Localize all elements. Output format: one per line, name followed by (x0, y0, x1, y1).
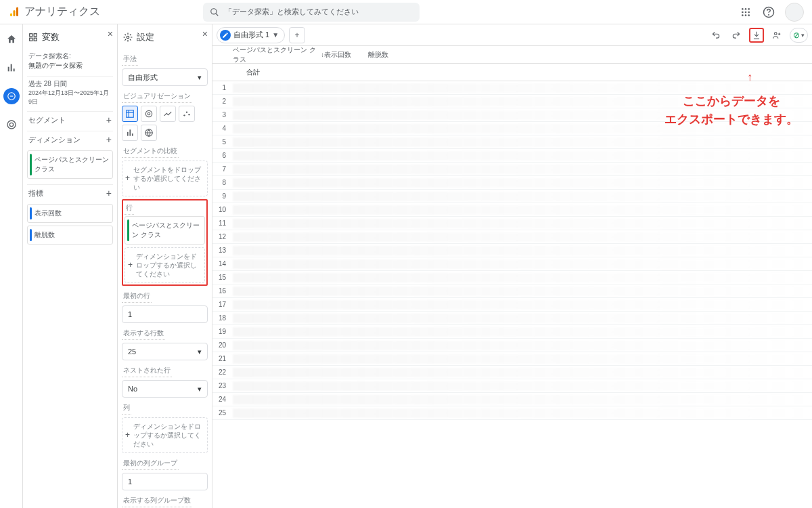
add-dimension-button[interactable]: + (106, 134, 112, 145)
start-col-group-input[interactable]: 1 (122, 473, 208, 490)
svg-rect-0 (10, 13, 12, 16)
row-dimension-chip[interactable]: ページパスとスクリーン クラス (125, 216, 205, 245)
settings-header: 設定 (122, 28, 208, 49)
table-row[interactable]: 24 (212, 393, 812, 406)
table-row[interactable]: 14 (212, 257, 812, 271)
chevron-down-icon[interactable]: ▼ (272, 31, 279, 39)
viz-geo-icon[interactable] (141, 125, 157, 141)
avatar[interactable] (785, 3, 804, 22)
table-row[interactable]: 25 (212, 406, 812, 420)
status-pill[interactable]: ⊘▾ (790, 28, 808, 43)
nav-explore-icon[interactable] (3, 88, 20, 104)
undo-icon[interactable] (708, 28, 723, 43)
svg-point-21 (9, 123, 13, 126)
table-row[interactable]: 9 (212, 190, 812, 203)
table-row[interactable]: 8 (212, 176, 812, 190)
svg-point-32 (183, 114, 185, 116)
table-row[interactable]: 4 (212, 122, 812, 135)
svg-rect-35 (127, 132, 129, 136)
svg-point-10 (748, 11, 750, 13)
search-box[interactable]: 「データ探索」と検索してみてください (203, 3, 420, 22)
svg-point-9 (745, 11, 747, 13)
svg-rect-24 (30, 38, 32, 41)
table-row[interactable]: 22 (212, 366, 812, 379)
svg-point-39 (775, 32, 777, 35)
app-header: アナリティクス 「データ探索」と検索してみてください (0, 0, 812, 24)
table-row[interactable]: 2 (212, 95, 812, 108)
table-row[interactable]: 18 (212, 312, 812, 325)
table-row[interactable]: 10 (212, 203, 812, 217)
segment-dropzone[interactable]: セグメントをドロップするか選択してください (122, 161, 208, 196)
table-row[interactable]: 16 (212, 284, 812, 298)
metric-chip-views[interactable]: 表示回数 (27, 204, 113, 223)
share-icon[interactable] (769, 28, 784, 43)
svg-point-7 (748, 8, 750, 10)
svg-point-3 (211, 8, 217, 14)
table-row[interactable]: 13 (212, 244, 812, 257)
table-row[interactable]: 20 (212, 339, 812, 352)
nav-home-icon[interactable] (3, 31, 20, 47)
help-icon[interactable] (762, 5, 775, 19)
table-row[interactable]: 6 (212, 149, 812, 163)
row-dropzone[interactable]: ディメンションをドロップするか選択してください (125, 247, 205, 283)
apps-icon[interactable] (739, 5, 752, 19)
nav-reports-icon[interactable] (3, 60, 20, 76)
tab-bar: 自由形式 1 ▼ + ⊘▾ (212, 24, 812, 46)
show-rows-select[interactable]: 25▾ (122, 343, 208, 360)
add-tab-button[interactable]: + (289, 27, 305, 43)
table-row[interactable]: 17 (212, 298, 812, 312)
canvas: 自由形式 1 ▼ + ⊘▾ ページパスとスクリーン クラス ↓表示回数 離脱数 … (212, 24, 812, 508)
metric-chip-exits[interactable]: 離脱数 (27, 226, 113, 245)
table-row[interactable]: 12 (212, 230, 812, 244)
svg-point-26 (127, 36, 129, 39)
gear-icon (123, 33, 133, 42)
date-range[interactable]: 過去 28 日間 2024年12月13日〜2025年1月9日 (27, 77, 113, 108)
svg-point-6 (745, 8, 747, 10)
svg-point-8 (742, 11, 744, 13)
svg-rect-2 (16, 7, 18, 16)
add-segment-button[interactable]: + (106, 114, 112, 125)
svg-point-15 (769, 14, 769, 15)
exploration-name-block[interactable]: データ探索名: 無題のデータ探索 (27, 49, 113, 73)
close-icon[interactable]: × (108, 28, 113, 39)
table-row[interactable]: 23 (212, 379, 812, 393)
table-row[interactable]: 19 (212, 325, 812, 339)
svg-point-33 (186, 112, 187, 113)
viz-bar-icon[interactable] (122, 125, 138, 141)
segments-row: セグメント + (27, 112, 113, 128)
main-layout: 変数 × データ探索名: 無題のデータ探索 過去 28 日間 2024年12月1… (0, 24, 812, 508)
viz-line-icon[interactable] (160, 106, 176, 122)
viz-donut-icon[interactable] (141, 106, 157, 122)
technique-select[interactable]: 自由形式▾ (122, 68, 208, 86)
nav-advertising-icon[interactable] (3, 117, 20, 133)
add-metric-button[interactable]: + (106, 188, 112, 198)
viz-table-icon[interactable] (122, 106, 138, 122)
dimension-chip[interactable]: ページパスとスクリーン クラス (27, 150, 113, 179)
svg-rect-25 (34, 38, 37, 41)
edit-icon (220, 30, 231, 41)
start-row-input[interactable]: 1 (122, 305, 208, 323)
table-row[interactable]: 1 (212, 81, 812, 95)
table-row[interactable]: 3 (212, 108, 812, 122)
svg-rect-27 (127, 110, 134, 118)
table-row[interactable]: 7 (212, 163, 812, 176)
header-right (739, 3, 804, 22)
col-dropzone[interactable]: ディメンションをドロップするか選択してください (122, 417, 208, 453)
redo-icon[interactable] (729, 28, 744, 43)
variables-icon (28, 33, 38, 42)
svg-point-5 (742, 8, 744, 10)
close-icon[interactable]: × (202, 28, 208, 39)
table-row[interactable]: 15 (212, 271, 812, 284)
viz-scatter-icon[interactable] (179, 106, 195, 122)
svg-line-4 (216, 13, 219, 16)
table-row[interactable]: 5 (212, 135, 812, 149)
nested-rows-select[interactable]: No▾ (122, 380, 208, 398)
svg-rect-23 (34, 34, 37, 37)
export-button[interactable] (749, 28, 764, 43)
tab-freeform[interactable]: 自由形式 1 ▼ (217, 27, 285, 43)
product-logo: アナリティクス (8, 5, 100, 19)
table-row[interactable]: 21 (212, 352, 812, 366)
left-nav (0, 24, 23, 508)
table-row[interactable]: 11 (212, 217, 812, 230)
data-rows: 1234567891011121314151617181920212223242… (212, 81, 812, 420)
